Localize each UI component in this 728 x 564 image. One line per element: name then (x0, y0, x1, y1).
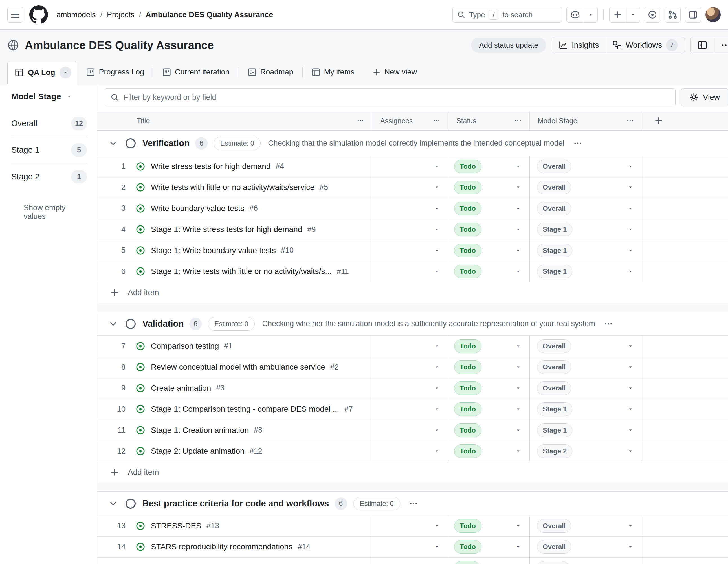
table-row[interactable]: 10Stage 1: Comparison testing - compare … (97, 399, 728, 420)
table-row[interactable]: 2Write tests with little or no activity/… (97, 177, 728, 198)
project-menu-button[interactable] (714, 37, 728, 53)
item-title[interactable]: Stage 1: Write tests with little or no a… (151, 267, 332, 276)
status-cell[interactable]: Todo (448, 357, 530, 378)
status-cell[interactable]: Todo (448, 537, 530, 558)
item-title[interactable]: Write stress tests for high demand (151, 162, 270, 171)
issue-number[interactable]: #14 (298, 543, 310, 551)
sidebar-item-stage-2[interactable]: Stage 2 1 (11, 163, 87, 190)
column-header-status[interactable]: Status (448, 111, 530, 130)
status-cell[interactable]: Todo (448, 219, 530, 240)
create-new-menu-button[interactable] (626, 7, 640, 22)
item-title[interactable]: Stage 1: Creation animation (151, 426, 249, 435)
collapse-group-button[interactable] (109, 320, 117, 328)
model-stage-cell[interactable]: Overall (530, 198, 642, 219)
status-cell[interactable]: Todo (448, 399, 530, 420)
issue-number[interactable]: #12 (250, 447, 262, 456)
sidebar-item-overall[interactable]: Overall 12 (11, 110, 87, 137)
group-title[interactable]: Validation (142, 319, 184, 329)
assignees-cell[interactable] (372, 378, 448, 399)
issues-button[interactable] (645, 7, 660, 23)
table-row[interactable]: 11Stage 1: Creation animation#8 Todo Sta… (97, 420, 728, 441)
group-title[interactable]: Best practice criteria for code and work… (142, 499, 329, 509)
issue-number[interactable]: #1 (224, 342, 232, 350)
add-item-button[interactable]: Add item (97, 462, 728, 483)
assignees-cell[interactable] (372, 336, 448, 357)
create-new-button[interactable] (610, 7, 626, 22)
model-stage-cell[interactable]: Overall (530, 156, 642, 177)
group-menu-button[interactable] (409, 499, 418, 508)
tab-roadmap[interactable]: Roadmap (239, 61, 302, 84)
item-title[interactable]: Write boundary value tests (151, 204, 244, 213)
breadcrumb-org[interactable]: ambmodels (56, 10, 96, 19)
group-by-field-selector[interactable]: Model Stage (11, 92, 87, 101)
column-menu-icon[interactable] (357, 117, 364, 124)
status-cell[interactable]: Todo (448, 420, 530, 441)
table-row[interactable]: 12Stage 2: Update animation#12 Todo Stag… (97, 441, 728, 462)
tab-my-items[interactable]: My items (303, 61, 364, 84)
breadcrumb-projects[interactable]: Projects (107, 10, 135, 19)
column-header-model-stage[interactable]: Model Stage (530, 111, 642, 130)
table-row[interactable]: 4Stage 1: Write stress tests for high de… (97, 219, 728, 240)
assignees-cell[interactable] (372, 537, 448, 558)
status-cell[interactable]: Todo (448, 261, 530, 282)
new-view-button[interactable]: New view (364, 61, 426, 84)
item-title[interactable]: Stage 1: Comparison testing - compare DE… (151, 405, 339, 414)
issue-number[interactable]: #8 (254, 426, 262, 434)
table-row[interactable]: 13STRESS-DES#13 Todo Overall (97, 515, 728, 537)
avatar[interactable] (705, 7, 721, 22)
model-stage-cell[interactable]: Overall (530, 515, 642, 536)
table-row[interactable]: 8Review conceptual model with ambulance … (97, 357, 728, 378)
table-row[interactable]: 9Create animation#3 Todo Overall (97, 378, 728, 399)
insights-button[interactable]: Insights (552, 37, 606, 53)
github-logo-icon[interactable] (29, 5, 48, 24)
model-stage-cell[interactable]: Overall (530, 378, 642, 399)
assignees-cell[interactable] (372, 399, 448, 420)
add-column-button[interactable] (642, 111, 728, 130)
item-title[interactable]: Comparison testing (151, 342, 219, 351)
table-row[interactable]: 1Write stress tests for high demand#4 To… (97, 156, 728, 177)
item-title[interactable]: Review conceptual model with ambulance s… (151, 363, 325, 372)
model-stage-cell[interactable]: Stage 2 (530, 441, 642, 462)
tab-progress-log[interactable]: Progress Log (77, 61, 153, 84)
item-title[interactable]: STRESS-DES (151, 521, 201, 530)
model-stage-cell[interactable]: Stage 1 (530, 219, 642, 240)
item-title[interactable]: Create animation (151, 384, 211, 393)
model-stage-cell[interactable]: Stage 1 (530, 420, 642, 441)
partial-table-row[interactable] (97, 558, 728, 564)
issue-number[interactable]: #7 (344, 405, 353, 414)
issue-number[interactable]: #2 (330, 363, 339, 372)
model-stage-cell[interactable]: Overall (530, 357, 642, 378)
assignees-cell[interactable] (372, 441, 448, 462)
tab-qa-log[interactable]: QA Log (7, 61, 77, 84)
status-cell[interactable]: Todo (448, 156, 530, 177)
tab-current-iteration[interactable]: Current iteration (153, 61, 239, 84)
column-header-title[interactable]: Title (97, 111, 372, 130)
model-stage-cell[interactable]: Stage 1 (530, 240, 642, 261)
assignees-cell[interactable] (372, 420, 448, 441)
column-menu-icon[interactable] (514, 117, 522, 124)
sidebar-item-stage-1[interactable]: Stage 1 5 (11, 137, 87, 163)
column-header-assignees[interactable]: Assignees (372, 111, 448, 130)
status-cell[interactable]: Todo (448, 177, 530, 198)
issue-number[interactable]: #4 (276, 162, 284, 171)
assignees-cell[interactable] (372, 156, 448, 177)
item-title[interactable]: Stage 2: Update animation (151, 447, 245, 456)
item-title[interactable]: Write tests with little or no activity/w… (151, 183, 314, 192)
side-panel-toggle-button[interactable] (691, 37, 714, 53)
add-status-update-button[interactable]: Add status update (471, 38, 546, 53)
model-stage-cell[interactable]: Overall (530, 336, 642, 357)
model-stage-cell[interactable]: Overall (530, 177, 642, 198)
copilot-button[interactable] (567, 7, 584, 22)
model-stage-cell[interactable]: Stage 1 (530, 261, 642, 282)
table-row[interactable]: 14STARS reproducibility recommendations#… (97, 537, 728, 558)
status-cell[interactable]: Todo (448, 515, 530, 536)
assignees-cell[interactable] (372, 177, 448, 198)
assignees-cell[interactable] (372, 240, 448, 261)
group-title[interactable]: Verification (142, 138, 190, 148)
global-search-button[interactable]: Type / to search (452, 7, 562, 23)
group-menu-button[interactable] (573, 139, 582, 148)
issue-number[interactable]: #11 (337, 267, 349, 276)
issue-number[interactable]: #3 (216, 384, 225, 392)
item-title[interactable]: Stage 1: Write stress tests for high dem… (151, 225, 302, 234)
table-row[interactable]: 3Write boundary value tests#6 Todo Overa… (97, 198, 728, 219)
